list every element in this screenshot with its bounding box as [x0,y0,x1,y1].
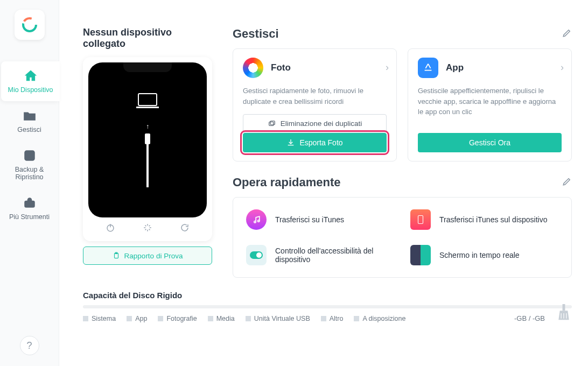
quick-item-label: Trasferisci iTunes sul dispositivo [439,215,547,224]
phone-icon [410,209,431,230]
svg-line-15 [149,226,150,227]
export-photos-button[interactable]: Esporta Foto [243,133,387,152]
quick-item-label: Controllo dell'accessibilità del disposi… [275,247,394,264]
remove-duplicates-label: Eliminazione dei duplicati [281,119,362,128]
svg-rect-3 [25,201,34,207]
legend-available: A disposizione [354,315,405,322]
quick-transfer-to-itunes[interactable]: Trasferisci su iTunes [246,209,394,230]
photos-icon [243,58,263,78]
refresh-icon [3,149,55,163]
photo-card-desc: Gestisci rapidamente le foto, rimuovi le… [243,86,387,107]
mirror-screen-icon [410,245,431,265]
quick-item-label: Trasferisci su iTunes [275,215,344,224]
svg-point-24 [256,252,262,258]
legend-media: Media [208,315,235,322]
svg-line-12 [145,226,146,227]
photo-card[interactable]: › Foto Gestisci rapidamente le foto, rim… [233,48,397,161]
storage-legend: Sistema App Fotografie Media Unità Virtu… [83,315,572,322]
quick-item-label: Schermo in tempo reale [439,251,520,259]
main-content: Nessun dispositivo collegato ↑ [59,0,588,366]
manage-now-label: Gestisci Ora [469,138,510,147]
sidebar: Mio Dispositivo Gestisci Backup & Ripris… [0,0,59,366]
photo-card-title: Foto [271,62,291,73]
home-icon [4,69,57,83]
trial-report-button[interactable]: Rapporto di Prova [83,247,212,265]
arrow-up-icon: ↑ [146,123,149,130]
svg-rect-22 [418,216,423,224]
nav-label: Mio Dispositivo [8,86,53,94]
legend-app: App [127,315,147,322]
nav-label: Più Strumenti [9,213,50,221]
edit-icon[interactable] [562,28,572,40]
folder-icon [3,109,55,123]
clean-icon[interactable] [556,304,572,325]
app-card-title: App [446,62,464,73]
nav-my-device[interactable]: Mio Dispositivo [1,61,60,101]
loading-icon[interactable] [143,223,152,235]
chevron-right-icon: › [561,62,564,73]
legend-other: Altro [321,315,344,322]
nav-backup-restore[interactable]: Backup & Ripristino [0,141,59,188]
quick-realtime-screen[interactable]: Schermo in tempo reale [410,245,558,265]
itunes-icon [246,209,267,230]
phone-illustration: ↑ [88,62,207,217]
device-panel: Nessun dispositivo collegato ↑ [83,11,212,278]
appstore-icon [418,58,438,78]
app-logo [15,10,45,40]
content-column: Gestisci › Foto Gestisci rapidamente le … [233,11,572,278]
reload-icon[interactable] [180,223,190,235]
svg-line-14 [145,229,146,230]
nav-more-tools[interactable]: Più Strumenti [0,188,59,228]
svg-line-13 [149,229,150,230]
power-icon[interactable] [106,223,115,235]
svg-rect-18 [269,122,273,125]
nav-label: Gestisci [17,126,41,133]
legend-system: Sistema [83,315,116,322]
storage-title: Capacità del Disco Rigido [83,291,572,300]
storage-section: Capacità del Disco Rigido Sistema App Fo… [83,291,572,322]
remove-duplicates-button[interactable]: Eliminazione dei duplicati [243,114,387,133]
legend-photos: Fotografie [158,315,197,322]
quick-transfer-itunes-to-device[interactable]: Trasferisci iTunes sul dispositivo [410,209,558,230]
legend-usb: Unità Virtuale USB [246,315,310,322]
nav-label: Backup & Ripristino [15,166,44,181]
toolbox-icon [3,196,55,210]
help-button[interactable]: ? [20,336,39,355]
edit-icon[interactable] [562,177,572,188]
manage-section-title: Gestisci [233,27,279,41]
app-card[interactable]: › App Gestiscile appefficientemente, rip… [408,48,572,161]
storage-bar [83,305,572,308]
svg-rect-4 [138,94,157,105]
manage-now-button[interactable]: Gestisci Ora [418,133,562,152]
svg-rect-5 [136,107,159,108]
export-photos-label: Esporta Foto [299,138,342,147]
chevron-right-icon: › [386,62,389,73]
device-title: Nessun dispositivo collegato [83,27,212,50]
svg-rect-19 [270,121,275,124]
laptop-icon [135,93,160,112]
app-card-desc: Gestiscile appefficientemente, ripulisci… [418,86,562,125]
nav-manage[interactable]: Gestisci [0,101,59,141]
phone-card: ↑ [83,57,212,241]
toggle-icon [246,245,267,265]
quick-accessibility-check[interactable]: Controllo dell'accessibilità del disposi… [246,245,394,265]
storage-size: -GB / -GB [514,314,545,322]
quick-section-title: Opera rapidamente [233,175,341,189]
quick-actions-card: Trasferisci su iTunes Trasferisci iTunes… [233,197,572,278]
trial-report-label: Rapporto di Prova [124,252,183,260]
svg-rect-25 [563,304,565,311]
